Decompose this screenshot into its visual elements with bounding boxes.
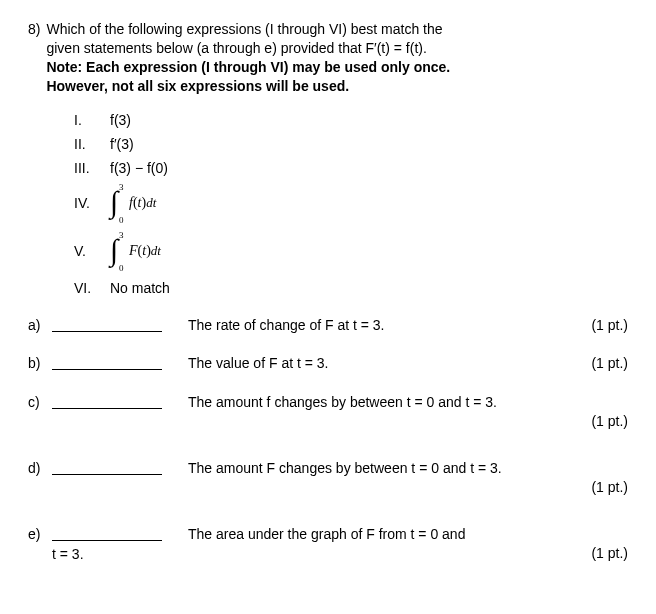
note-line-1: Note: Each expression (I through VI) may… (46, 59, 450, 75)
question-text: The amount F changes by between t = 0 an… (188, 459, 628, 478)
points: (1 pt.) (581, 478, 628, 497)
note-line-2: However, not all six expressions will be… (46, 78, 349, 94)
upper-limit: 3 (119, 229, 124, 241)
question-label: e) (28, 525, 52, 544)
question-label: a) (28, 316, 52, 335)
integral-sign-icon: ∫ 3 0 (110, 233, 122, 271)
answer-blank[interactable] (52, 459, 162, 475)
roman-numeral: I. (74, 111, 110, 130)
expression-text: No match (110, 279, 628, 298)
integrand: F(t)dt (129, 242, 161, 261)
expression-IV: IV. ∫ 3 0 f(t)dt (74, 182, 628, 226)
expression-text: f(3) (110, 111, 628, 130)
stem-line-1: Which of the following expressions (I th… (46, 21, 442, 37)
question-a: a) The rate of change of F at t = 3. (1 … (28, 316, 628, 335)
answer-blank[interactable] (52, 316, 162, 332)
question-label: b) (28, 354, 52, 373)
roman-numeral: V. (74, 242, 110, 261)
integral-sign-icon: ∫ 3 0 (110, 185, 122, 223)
points: (1 pt.) (581, 354, 628, 373)
question-c: c) The amount f changes by between t = 0… (28, 393, 628, 431)
points: (1 pt.) (581, 316, 628, 335)
question-text: The amount f changes by between t = 0 an… (188, 393, 628, 412)
question-text: The area under the graph of F from t = 0… (188, 525, 628, 544)
expression-text: f′(3) (110, 135, 628, 154)
expression-VI: VI. No match (74, 278, 628, 300)
expression-list: I. f(3) II. f′(3) III. f(3) − f(0) IV. ∫… (74, 110, 628, 300)
question-e: e) The area under the graph of F from t … (28, 525, 628, 544)
question-text: The value of F at t = 3. (188, 354, 581, 373)
expression-III: III. f(3) − f(0) (74, 158, 628, 180)
roman-numeral: VI. (74, 279, 110, 298)
question-d: d) The amount F changes by between t = 0… (28, 459, 628, 497)
questions-block: a) The rate of change of F at t = 3. (1 … (28, 316, 628, 564)
integral-expression: ∫ 3 0 f(t)dt (110, 185, 628, 223)
expression-V: V. ∫ 3 0 F(t)dt (74, 230, 628, 274)
roman-numeral: IV. (74, 194, 110, 213)
question-b: b) The value of F at t = 3. (1 pt.) (28, 354, 628, 373)
question-label: c) (28, 393, 52, 412)
answer-blank[interactable] (52, 525, 162, 541)
question-label: d) (28, 459, 52, 478)
question-text: The rate of change of F at t = 3. (188, 316, 581, 335)
problem-number: 8) (28, 20, 40, 39)
answer-blank[interactable] (52, 354, 162, 370)
question-e-continuation: t = 3. (52, 545, 84, 564)
expression-text: f(3) − f(0) (110, 159, 628, 178)
upper-limit: 3 (119, 181, 124, 193)
problem-stem: Which of the following expressions (I th… (46, 20, 628, 96)
stem-line-2: given statements below (a through e) pro… (46, 40, 426, 56)
roman-numeral: III. (74, 159, 110, 178)
integrand: f(t)dt (129, 194, 156, 213)
points: (1 pt.) (581, 412, 628, 431)
roman-numeral: II. (74, 135, 110, 154)
answer-blank[interactable] (52, 393, 162, 409)
points: (1 pt.) (581, 544, 628, 564)
lower-limit: 0 (119, 214, 124, 226)
problem-header: 8) Which of the following expressions (I… (28, 20, 628, 96)
integral-expression: ∫ 3 0 F(t)dt (110, 233, 628, 271)
lower-limit: 0 (119, 262, 124, 274)
expression-II: II. f′(3) (74, 134, 628, 156)
question-e-line2: t = 3. (1 pt.) (28, 544, 628, 564)
expression-I: I. f(3) (74, 110, 628, 132)
